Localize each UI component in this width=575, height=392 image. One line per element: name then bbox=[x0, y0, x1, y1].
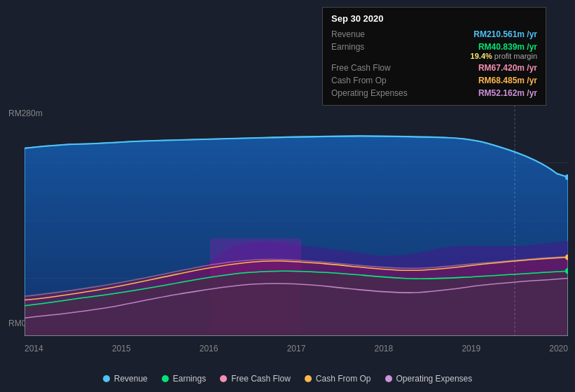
tooltip-label-fcf: Free Cash Flow bbox=[331, 63, 391, 73]
legend-label-revenue: Revenue bbox=[114, 374, 148, 384]
chart-container: Sep 30 2020 Revenue RM210.561m /yr Earni… bbox=[0, 0, 575, 392]
legend-item-cashfromop[interactable]: Cash From Op bbox=[305, 374, 371, 384]
tooltip-value-cashfromop: RM68.485m /yr bbox=[478, 76, 537, 85]
chart-svg bbox=[25, 105, 568, 336]
legend-label-fcf: Free Cash Flow bbox=[231, 374, 291, 384]
legend-dot-earnings bbox=[162, 375, 169, 382]
chart-area bbox=[25, 105, 568, 336]
tooltip-row-fcf: Free Cash Flow RM67.420m /yr bbox=[331, 62, 537, 74]
tooltip-label-opex: Operating Expenses bbox=[331, 88, 408, 98]
legend-dot-revenue bbox=[103, 375, 110, 382]
y-axis-bottom-label: RM0 bbox=[8, 318, 26, 328]
tooltip-label-cashfromop: Cash From Op bbox=[331, 76, 387, 85]
legend-dot-fcf bbox=[220, 375, 227, 382]
tooltip-row-cashfromop: Cash From Op RM68.485m /yr bbox=[331, 74, 537, 87]
tooltip-date: Sep 30 2020 bbox=[331, 13, 537, 24]
legend-dot-cashfromop bbox=[305, 375, 312, 382]
x-label-2015: 2015 bbox=[112, 344, 131, 354]
legend-item-fcf[interactable]: Free Cash Flow bbox=[220, 374, 291, 384]
legend-dot-opex bbox=[385, 375, 392, 382]
legend-label-cashfromop: Cash From Op bbox=[316, 374, 371, 384]
tooltip-value-opex: RM52.162m /yr bbox=[478, 88, 537, 98]
tooltip-row-revenue: Revenue RM210.561m /yr bbox=[331, 28, 537, 41]
legend-item-earnings[interactable]: Earnings bbox=[162, 374, 206, 384]
tooltip-label-revenue: Revenue bbox=[331, 29, 365, 39]
tooltip-profit-margin: 19.4% profit margin bbox=[331, 52, 537, 60]
tooltip-value-revenue: RM210.561m /yr bbox=[473, 29, 537, 39]
tooltip-value-earnings: RM40.839m /yr bbox=[478, 42, 537, 52]
legend: Revenue Earnings Free Cash Flow Cash Fro… bbox=[0, 374, 575, 384]
x-axis: 2014 2015 2016 2017 2018 2019 2020 bbox=[25, 344, 568, 354]
tooltip-label-earnings: Earnings bbox=[331, 42, 364, 52]
legend-label-earnings: Earnings bbox=[173, 374, 206, 384]
x-label-2017: 2017 bbox=[287, 344, 306, 354]
x-label-2019: 2019 bbox=[462, 344, 480, 354]
x-label-2014: 2014 bbox=[25, 344, 43, 354]
legend-label-opex: Operating Expenses bbox=[396, 374, 473, 384]
x-label-2018: 2018 bbox=[375, 344, 394, 354]
legend-item-opex[interactable]: Operating Expenses bbox=[385, 374, 473, 384]
tooltip-box: Sep 30 2020 Revenue RM210.561m /yr Earni… bbox=[322, 7, 546, 106]
tooltip-value-fcf: RM67.420m /yr bbox=[478, 63, 537, 73]
x-label-2020: 2020 bbox=[549, 344, 568, 354]
tooltip-row-opex: Operating Expenses RM52.162m /yr bbox=[331, 87, 537, 99]
legend-item-revenue[interactable]: Revenue bbox=[103, 374, 148, 384]
x-label-2016: 2016 bbox=[200, 344, 219, 354]
